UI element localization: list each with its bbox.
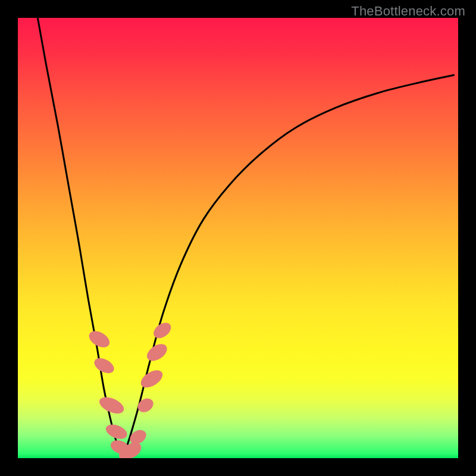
plot-area <box>18 18 458 458</box>
marker-dot <box>151 320 174 341</box>
marker-dot <box>104 422 129 442</box>
curve-right <box>124 75 454 456</box>
marker-dot <box>92 355 117 377</box>
marker-dot <box>144 340 170 364</box>
outer-frame: TheBottleneck.com <box>0 0 476 476</box>
watermark-text: TheBottleneck.com <box>351 4 465 19</box>
chart-svg <box>18 18 458 458</box>
curve-left <box>37 18 123 456</box>
marker-dot <box>138 367 166 391</box>
marker-dot <box>135 396 156 415</box>
marker-dot <box>86 328 112 350</box>
marker-dot <box>97 394 126 417</box>
curve-layer <box>37 18 453 456</box>
